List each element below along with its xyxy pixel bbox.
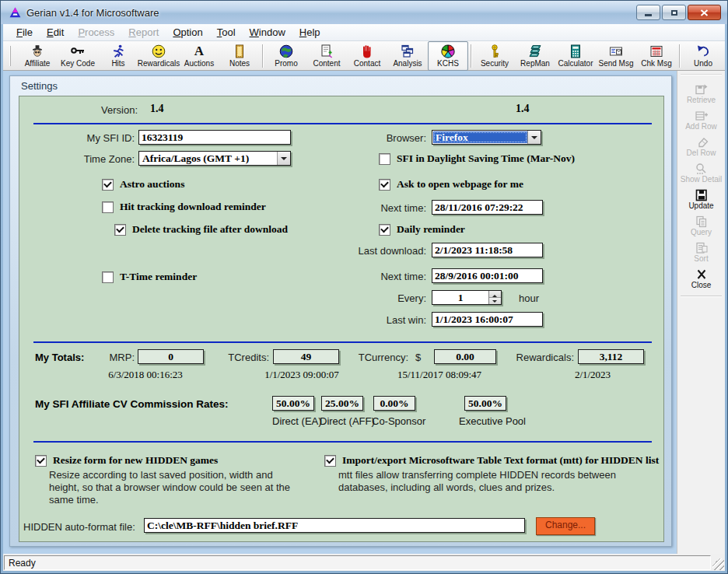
sfi-id-input[interactable] <box>138 130 291 145</box>
document-plus-icon <box>319 44 335 59</box>
separator-line <box>33 341 652 343</box>
change-file-button[interactable]: Change... <box>536 517 595 535</box>
toolbar: Affiliate Key Code Hits Rewardicals Auct… <box>3 41 725 71</box>
message-grid-icon <box>649 44 665 59</box>
mdi-client-area: Settings Version: 1.4 1.4 My SFI ID: Bro… <box>3 71 677 554</box>
spinner-up-icon[interactable] <box>489 291 501 298</box>
resize-grip[interactable] <box>712 558 724 570</box>
toolbar-button-calculator[interactable]: Calculator <box>555 41 596 71</box>
tcurrency-value: 0.00 <box>434 349 496 364</box>
chevron-down-icon[interactable] <box>527 131 541 144</box>
menu-option[interactable]: Option <box>166 25 209 40</box>
toolbar-button-chkmsg[interactable]: Chk Msg <box>636 41 677 71</box>
last-win-input[interactable] <box>432 312 543 327</box>
last-download-label: Last download: <box>299 245 426 257</box>
checkbox-icon <box>379 153 390 165</box>
toolbar-button-sendmsg[interactable]: Send Msg <box>596 41 636 71</box>
hidden-file-input[interactable] <box>144 518 525 533</box>
menu-window[interactable]: Window <box>243 25 292 40</box>
dst-checkbox[interactable]: SFI in Daylight Saving Time (Mar-Nov) <box>379 152 575 165</box>
toolbar-button-auctions[interactable]: Auctions <box>179 41 219 71</box>
hand-icon <box>359 44 376 59</box>
checkbox-icon <box>102 271 114 283</box>
menu-edit[interactable]: Edit <box>40 25 71 40</box>
time-zone-dropdown[interactable]: Africa/Lagos (GMT +1) <box>138 151 291 166</box>
cascade-windows-icon <box>400 44 416 59</box>
toolbar-button-security[interactable]: Security <box>474 41 515 71</box>
commission-co-sponsor-label: Co-Sponsor <box>372 415 425 427</box>
toolbar-button-promo[interactable]: Promo <box>266 41 306 71</box>
chevron-down-icon[interactable] <box>277 152 290 165</box>
toolbar-button-rewardicals[interactable]: Rewardicals <box>138 41 179 71</box>
resize-form-description: Resize according to last saved position,… <box>49 469 306 506</box>
toolbar-button-undo[interactable]: Undo <box>683 41 723 71</box>
toolbar-button-analysis[interactable]: Analysis <box>387 41 428 71</box>
separator-line <box>33 123 652 124</box>
toolbar-button-hits[interactable]: Hits <box>98 41 138 71</box>
import-export-checkbox[interactable]: Import/export Microsoftware Table Text f… <box>324 454 659 467</box>
t-time-next-input[interactable] <box>432 268 543 283</box>
sort-icon <box>695 242 709 254</box>
delete-tracking-checkbox[interactable]: Delete tracking file after download <box>114 223 288 236</box>
sidebar-divider <box>681 296 722 297</box>
restore-button[interactable] <box>662 5 686 20</box>
retrieve-button: Retrieve <box>677 80 725 107</box>
toolbar-button-cut[interactable]: Cut <box>723 41 728 71</box>
tcredits-label: TCredits: <box>198 352 269 363</box>
hit-tracking-checkbox[interactable]: Hit tracking download reminder <box>102 201 266 213</box>
every-spinner[interactable]: 1 <box>432 290 502 305</box>
application-window: Gerian v1.4 for Microsoftware File Edit … <box>0 0 728 574</box>
ask-open-webpage-checkbox[interactable]: Ask to open webpage for me <box>379 178 523 191</box>
mrp-date: 6/3/2018 00:16:23 <box>79 369 212 381</box>
mrp-value: 0 <box>138 349 204 364</box>
add-row-icon <box>695 110 709 122</box>
toolbar-button-repman[interactable]: RepMan <box>515 41 555 71</box>
update-button[interactable]: Update <box>677 186 725 212</box>
add-row-button: Add Row <box>677 107 725 133</box>
spinner-down-icon[interactable] <box>489 298 501 304</box>
query-button: Query <box>677 212 725 239</box>
settings-window-title: Settings <box>21 80 58 92</box>
toolbar-button-keycode[interactable]: Key Code <box>58 41 98 71</box>
every-unit-label: hour <box>519 292 539 304</box>
commission-executive-pool-value: 50.00% <box>464 396 506 411</box>
webpage-next-time-input[interactable] <box>432 200 543 215</box>
last-download-input[interactable] <box>432 243 543 257</box>
toolbar-button-content[interactable]: Content <box>306 41 347 71</box>
close-panel-button[interactable]: Close <box>677 265 725 292</box>
resize-form-checkbox[interactable]: Resize form for new HIDDEN games <box>35 454 218 467</box>
checkbox-icon <box>379 224 390 236</box>
close-x-icon <box>695 268 709 281</box>
toolbar-button-affiliate[interactable]: Affiliate <box>17 41 58 71</box>
astro-auctions-checkbox[interactable]: Astro auctions <box>102 178 184 191</box>
menu-bar: File Edit Process Report Option Tool Win… <box>3 24 725 41</box>
checkbox-icon <box>114 224 126 236</box>
daily-reminder-checkbox[interactable]: Daily reminder <box>379 223 465 236</box>
minimize-button[interactable] <box>636 5 660 20</box>
menu-file[interactable]: File <box>9 25 40 40</box>
close-button[interactable] <box>688 5 721 20</box>
t-time-reminder-checkbox[interactable]: T-Time reminder <box>102 271 197 283</box>
minimize-icon <box>645 14 652 16</box>
envelope-icon <box>608 44 625 59</box>
menu-help[interactable]: Help <box>292 25 327 40</box>
toolbar-button-contact[interactable]: Contact <box>347 41 387 71</box>
t-time-next-label: Next time: <box>315 271 426 282</box>
hidden-file-label: HIDDEN auto-format file: <box>23 521 135 533</box>
checkbox-icon <box>102 201 114 213</box>
rewardicals-date: 2/1/2023 <box>527 369 659 381</box>
webpage-next-time-label: Next time: <box>315 202 426 214</box>
rewardicals-value: 3,112 <box>578 349 644 364</box>
commission-executive-pool-label: Executive Pool <box>459 415 526 427</box>
toolbar-button-kchs[interactable]: KCHS <box>428 41 468 71</box>
browser-dropdown[interactable]: Firefox <box>432 130 541 145</box>
toolbar-button-notes[interactable]: Notes <box>219 41 260 71</box>
toolbar-separator <box>679 44 681 68</box>
separator-line <box>33 441 652 443</box>
checkbox-icon <box>324 455 336 467</box>
retrieve-icon <box>695 83 709 96</box>
menu-tool[interactable]: Tool <box>210 25 243 40</box>
tcredits-date: 1/1/2023 09:00:07 <box>236 369 368 381</box>
rewardicals-label: Rewardicals: <box>502 352 574 363</box>
eraser-icon <box>695 136 709 149</box>
